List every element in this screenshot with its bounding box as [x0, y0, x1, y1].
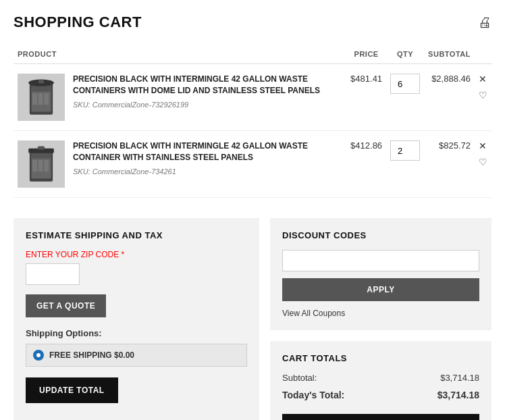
- qty-input-1[interactable]: [390, 74, 420, 94]
- table-row: PRECISION BLACK WITH INTERMINGLE 42 GALL…: [14, 64, 491, 131]
- product-info-1: PRECISION BLACK WITH INTERMINGLE 42 GALL…: [73, 74, 342, 109]
- qty-cell-1: [386, 64, 424, 131]
- col-product: PRODUCT: [14, 45, 298, 64]
- product-name-2: PRECISION BLACK WITH INTERMINGLE 42 GALL…: [73, 140, 342, 163]
- subtotal-row: Subtotal: $3,714.18: [282, 373, 479, 383]
- qty-cell-2: [386, 131, 424, 198]
- product-image-2: [18, 140, 65, 188]
- product-cell-2: PRECISION BLACK WITH INTERMINGLE 42 GALL…: [14, 131, 346, 198]
- zip-label: ENTER YOUR ZIP CODE *: [26, 250, 247, 259]
- zip-input[interactable]: [26, 263, 80, 285]
- svg-rect-7: [44, 93, 49, 105]
- subtotal-label: Subtotal:: [282, 373, 317, 383]
- actions-cell-1: ✕ ♡: [475, 64, 491, 131]
- price-cell-1: $481.41: [346, 64, 386, 131]
- col-price: PRICE: [346, 45, 386, 64]
- shipping-option-free[interactable]: FREE SHIPPING $0.00: [26, 344, 247, 367]
- qty-input-2[interactable]: [390, 140, 420, 161]
- svg-rect-13: [32, 160, 37, 172]
- product-sku-2: SKU: CommercialZone-734261: [73, 167, 342, 176]
- svg-rect-14: [38, 160, 43, 172]
- update-total-button[interactable]: UPDATE TOTAL: [26, 377, 118, 403]
- discount-title: DISCOUNT CODES: [282, 230, 479, 240]
- apply-button[interactable]: APPLY: [282, 278, 479, 301]
- svg-rect-6: [38, 93, 43, 105]
- product-name-1: PRECISION BLACK WITH INTERMINGLE 42 GALL…: [73, 74, 342, 97]
- product-info-2: PRECISION BLACK WITH INTERMINGLE 42 GALL…: [73, 140, 342, 176]
- radio-free-shipping: [33, 350, 44, 361]
- subtotal-value: $3,714.18: [440, 373, 479, 383]
- today-label: Today's Total:: [282, 390, 344, 400]
- svg-rect-15: [44, 160, 49, 172]
- view-coupons-link[interactable]: View All Coupons: [282, 309, 345, 318]
- shipping-options-label: Shipping Options:: [26, 328, 247, 338]
- radio-inner: [36, 353, 41, 357]
- svg-rect-12: [38, 146, 45, 149]
- discount-panel: DISCOUNT CODES APPLY View All Coupons: [270, 218, 491, 330]
- subtotal-cell-2: $825.72: [424, 131, 475, 198]
- remove-button-1[interactable]: ✕: [479, 74, 487, 84]
- bottom-panels: ESTIMATE SHIPPING AND TAX ENTER YOUR ZIP…: [14, 218, 491, 420]
- col-subtotal: SUBTOTAL: [424, 45, 475, 64]
- today-total-row: Today's Total: $3,714.18: [282, 390, 479, 400]
- today-value: $3,714.18: [437, 390, 479, 400]
- col-empty: [298, 45, 346, 64]
- wishlist-button-2[interactable]: ♡: [479, 157, 487, 167]
- product-image-1: [18, 74, 65, 121]
- print-icon[interactable]: 🖨: [478, 15, 491, 30]
- cart-table: PRODUCT PRICE QTY SUBTOTAL: [14, 45, 491, 198]
- subtotal-cell-1: $2,888.46: [424, 64, 475, 131]
- svg-rect-4: [38, 80, 45, 83]
- cart-totals-title: CART TOTALS: [282, 353, 479, 363]
- actions-cell-2: ✕ ♡: [475, 131, 491, 198]
- col-actions: [475, 45, 491, 64]
- remove-button-2[interactable]: ✕: [479, 140, 487, 151]
- price-cell-2: $412.86: [346, 131, 386, 198]
- col-qty: QTY: [386, 45, 424, 64]
- shipping-panel: ESTIMATE SHIPPING AND TAX ENTER YOUR ZIP…: [14, 218, 259, 420]
- cart-totals-panel: CART TOTALS Subtotal: $3,714.18 Today's …: [270, 341, 491, 420]
- wishlist-button-1[interactable]: ♡: [479, 90, 487, 101]
- discount-code-input[interactable]: [282, 250, 479, 271]
- svg-rect-10: [31, 153, 51, 159]
- page-title: SHOPPING CART: [14, 14, 142, 31]
- get-quote-button[interactable]: GET A QUOTE: [26, 294, 106, 317]
- checkout-button[interactable]: PROCEED TO CHECKOUT: [282, 414, 479, 420]
- svg-rect-2: [31, 86, 51, 92]
- product-sku-1: SKU: CommercialZone-732926199: [73, 101, 342, 109]
- right-panel: DISCOUNT CODES APPLY View All Coupons CA…: [270, 218, 491, 420]
- table-row: PRECISION BLACK WITH INTERMINGLE 42 GALL…: [14, 131, 491, 198]
- zip-required-star: *: [122, 250, 125, 259]
- shipping-title: ESTIMATE SHIPPING AND TAX: [26, 230, 247, 240]
- svg-rect-5: [32, 93, 37, 105]
- free-shipping-label: FREE SHIPPING $0.00: [49, 350, 134, 360]
- product-cell-1: PRECISION BLACK WITH INTERMINGLE 42 GALL…: [14, 64, 346, 131]
- page-header: SHOPPING CART 🖨: [14, 14, 491, 31]
